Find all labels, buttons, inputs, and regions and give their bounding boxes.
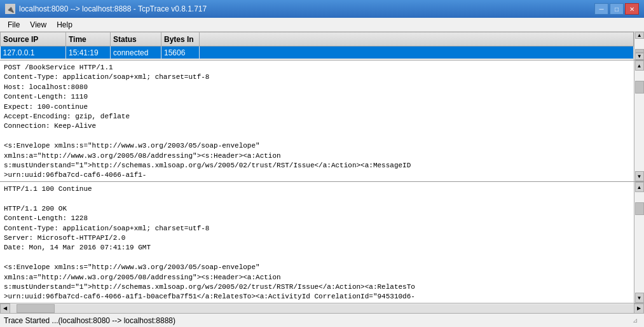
response-scroll-up[interactable]: ▲ [635,182,644,192]
col-time[interactable]: Time [66,32,111,46]
window-title: localhost:8080 --> localhost:8888 - TcpT… [19,4,207,13]
content-area: POST /BookService HTTP/1.1 Content-Type:… [0,60,644,303]
table-header-row: Source IP Time Status Bytes In [1,32,634,46]
connection-table: Source IP Time Status Bytes In 127.0.0.1… [0,32,634,59]
menu-file[interactable]: File [3,19,25,31]
h-scroll-right[interactable]: ▶ [634,303,644,314]
status-bar: Trace Started ...(localhost:8080 --> loc… [0,313,644,327]
connection-table-pane: Source IP Time Status Bytes In 127.0.0.1… [0,32,644,60]
col-status[interactable]: Status [111,32,161,46]
maximize-button[interactable]: □ [610,3,624,15]
response-pane: HTTP/1.1 100 Continue HTTP/1.1 200 OK Co… [0,182,644,303]
table-container: Source IP Time Status Bytes In 127.0.0.1… [0,32,634,60]
col-bytes-in[interactable]: Bytes In [161,32,200,46]
horizontal-scrollbar[interactable]: ◀ ▶ [0,303,644,313]
minimize-button[interactable]: ─ [594,3,608,15]
response-scroll-down[interactable]: ▼ [635,293,644,303]
response-scrollbar[interactable]: ▲ ▼ [634,182,644,303]
menu-help[interactable]: Help [51,19,78,31]
col-source-ip[interactable]: Source IP [1,32,66,46]
bottom-area: POST /BookService HTTP/1.1 Content-Type:… [0,60,644,303]
request-scroll-thumb[interactable] [635,81,644,94]
table-row[interactable]: 127.0.0.1 15:41:19 connected 15606 [1,46,634,59]
cell-bytes-in: 15606 [161,46,200,59]
menu-view[interactable]: View [25,19,51,31]
cell-source-ip: 127.0.0.1 [1,46,66,59]
request-text: POST /BookService HTTP/1.1 Content-Type:… [0,60,634,181]
app-icon: 🔌 [5,4,15,14]
request-pane: POST /BookService HTTP/1.1 Content-Type:… [0,60,644,182]
cell-time: 15:41:19 [66,46,111,59]
status-text: Trace Started ...(localhost:8080 --> loc… [4,316,175,325]
h-scroll-track[interactable] [10,304,634,313]
response-scroll-thumb[interactable] [635,202,644,215]
resize-corner[interactable]: ⊿ [630,316,640,326]
scroll-up-arrow[interactable]: ▲ [635,32,644,39]
request-scrollbar[interactable]: ▲ ▼ [634,60,644,181]
col-extra [200,32,634,46]
request-scroll-down[interactable]: ▼ [635,171,644,181]
table-scrollbar[interactable]: ▲ ▼ [634,32,644,60]
title-bar: 🔌 localhost:8080 --> localhost:8888 - Tc… [0,0,644,18]
cell-status: connected [111,46,161,59]
h-scroll-left[interactable]: ◀ [0,303,10,314]
cell-extra [200,46,634,59]
menu-bar: File View Help [0,18,644,32]
main-content: Source IP Time Status Bytes In 127.0.0.1… [0,32,644,313]
title-bar-controls: ─ □ ✕ [594,3,639,15]
h-scroll-thumb[interactable] [17,304,55,313]
title-bar-left: 🔌 localhost:8080 --> localhost:8888 - Tc… [5,4,207,14]
scroll-down-arrow[interactable]: ▼ [635,53,644,60]
response-text: HTTP/1.1 100 Continue HTTP/1.1 200 OK Co… [0,182,634,303]
close-button[interactable]: ✕ [625,3,639,15]
request-scroll-up[interactable]: ▲ [635,60,644,71]
